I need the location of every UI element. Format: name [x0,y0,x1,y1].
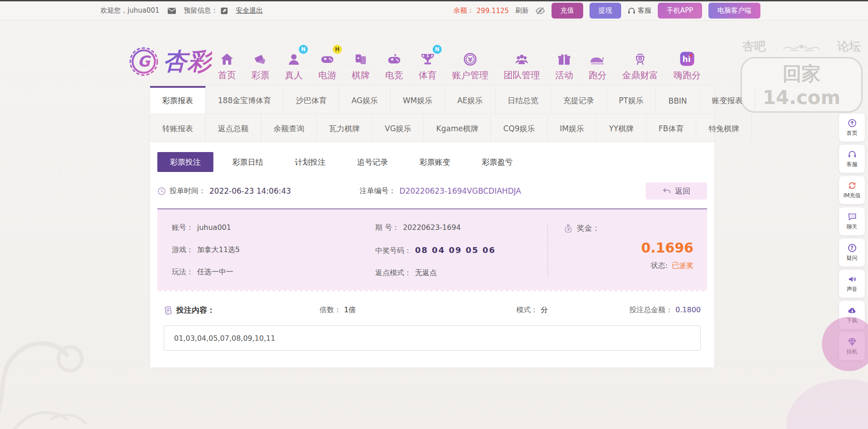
recharge-button[interactable]: 充值 [552,3,583,19]
nav-item-live[interactable]: N 真人 [285,48,303,81]
site-logo[interactable]: G 杏彩 [129,46,212,77]
esports-gamepad-icon [386,48,402,67]
subtab-plan-bets[interactable]: 计划投注 [282,152,338,172]
nav-item-team[interactable]: 团队管理 [504,48,540,81]
subtab-lottery-daily[interactable]: 彩票日结 [220,152,276,172]
back-arrow-icon [662,187,671,195]
rhino-icon [589,48,607,67]
tab-wm[interactable]: WM娱乐 [391,86,445,114]
balance-value: 299.1125 [476,7,509,15]
logout-link[interactable]: 安全退出 [236,6,263,15]
nav-item-lottery[interactable]: 彩票 [251,48,269,81]
sidebar-item-im-recharge[interactable]: IM充值 [839,176,865,204]
headset-icon [848,150,857,159]
total-amount-label: 投注总金额： [629,305,673,314]
nav-item-promotions[interactable]: 活动 [555,48,573,81]
subtab-lottery-profit-loss[interactable]: 彩票盈亏 [469,152,525,172]
chat-bubble-icon [848,212,857,221]
subtab-lottery-bets[interactable]: 彩票投注 [157,152,213,172]
tab-balance-query[interactable]: 余额查询 [261,114,317,142]
tab-vg[interactable]: VG娱乐 [373,114,424,142]
prize-label: 奖金： [577,223,600,234]
logo-emblem-icon: G [129,47,159,76]
svg-text:¥: ¥ [468,56,473,63]
nav-item-home[interactable]: 首页 [218,48,236,81]
nav-item-esports[interactable]: 电竞 [385,48,403,81]
reserved-info-label: 预留信息： [184,6,218,15]
nav-item-jinding[interactable]: 金鼎财富 [622,48,658,81]
team-icon [514,48,530,67]
withdraw-button[interactable]: 提现 [590,3,621,19]
brand-name: 杏彩 [163,46,212,77]
nav-item-paofen[interactable]: 跑分 [589,48,607,81]
mail-icon[interactable] [168,8,176,14]
tab-ag[interactable]: AG娱乐 [339,86,391,114]
bet-numbers-box: 01,03,04,05,07,08,09,10,11 [164,325,701,351]
tab-cq9[interactable]: CQ9娱乐 [491,114,547,142]
sidebar-item-service[interactable]: 客服 [839,145,865,173]
svg-text:G: G [137,52,151,70]
tab-lottery-report[interactable]: 彩票报表 [150,86,206,114]
nav-item-account[interactable]: ¥ 账户管理 [452,48,488,81]
total-amount-value: 0.1800 [675,305,701,314]
tab-yy[interactable]: YY棋牌 [597,114,646,142]
sidebar-item-chat[interactable]: 聊天 [839,207,865,235]
tab-wali[interactable]: 瓦力棋牌 [317,114,373,142]
nav-item-egames[interactable]: H 电游 [318,48,336,81]
status-value: 已派奖 [672,261,693,270]
flourish-icon [781,39,822,54]
floral-swirl-decoration [0,307,127,429]
cloud-download-icon [847,306,857,315]
tab-daily-summary[interactable]: 日结总览 [495,86,551,114]
sidebar-item-sound[interactable]: 声音 [839,270,865,298]
nav-item-hipaofen[interactable]: hi 嗨跑分 [674,48,701,81]
nav-item-boardgames[interactable]: 棋牌 [352,48,370,81]
sidebar-item-home[interactable]: 首页 [839,114,865,142]
mobile-app-button[interactable]: 手机APP [658,3,702,19]
eye-off-icon[interactable] [535,7,545,15]
edit-icon[interactable] [221,7,228,14]
tab-rebate-total[interactable]: 返点总额 [206,114,261,142]
tab-transfer-report[interactable]: 转账报表 [150,114,206,142]
pc-client-button[interactable]: 电脑客户端 [708,3,760,19]
back-button[interactable]: 返回 [646,182,707,200]
gamepad-icon: H [319,48,335,67]
bet-numbers: 01,03,04,05,07,08,09,10,11 [174,334,275,343]
tab-im[interactable]: IM娱乐 [547,114,597,142]
receipt-icon [164,306,173,315]
speaker-icon [848,275,857,284]
rebate-mode-value: 无返点 [415,268,437,278]
new-badge: N [299,45,308,54]
subtab-lottery-account-change[interactable]: 彩票账变 [407,152,463,172]
tab-pt[interactable]: PT娱乐 [607,86,656,114]
balance-label: 余额： [453,6,474,15]
pink-blob-decoration [787,379,868,429]
tab-ae[interactable]: AE娱乐 [445,86,495,114]
sidebar-item-question[interactable]: ? 疑问 [839,238,865,267]
refresh-link[interactable]: 刷新 [515,6,529,15]
tab-188-sports[interactable]: 188金宝博体育 [206,86,283,114]
headset-icon [627,7,636,15]
win-numbers-label: 中奖号码： [375,246,411,256]
tab-fb[interactable]: FB体育 [646,114,696,142]
order-info-row: 投单时间： 2022-06-23 14:06:43 注单编号： D2022062… [157,182,707,200]
play-value: 任选一中一 [197,267,233,277]
tab-shaba-sports[interactable]: 沙巴体育 [283,86,339,114]
tab-bbin[interactable]: BBIN [656,86,699,114]
ding-vessel-icon [632,48,648,67]
tab-deposit-withdraw-records[interactable]: 充提记录 [551,86,607,114]
bet-time-label: 投单时间： [170,186,206,196]
subtab-chase-records[interactable]: 追号记录 [344,152,401,172]
game-label: 游戏： [172,245,193,255]
nav-item-sports[interactable]: 1N 体育 [419,48,437,81]
report-tabs-row1: 彩票报表 188金宝博体育 沙巴体育 AG娱乐 WM娱乐 AE娱乐 日结总览 充… [150,86,714,114]
issue-label: 期 号： [375,223,399,233]
tab-account-change-report[interactable]: 账变报表 [700,86,755,114]
account-value: juhua001 [197,223,231,232]
bet-summary-row: 投注内容： 倍数：1倍 模式：分 投注总金额：0.1800 [164,305,701,315]
multiple-label: 倍数： [320,305,341,314]
bet-time-value: 2022-06-23 14:06:43 [209,186,291,195]
tab-tetu[interactable]: 特兔棋牌 [696,114,752,142]
customer-service-link[interactable]: 客服 [627,6,651,15]
tab-kgame[interactable]: Kgame棋牌 [424,114,491,142]
